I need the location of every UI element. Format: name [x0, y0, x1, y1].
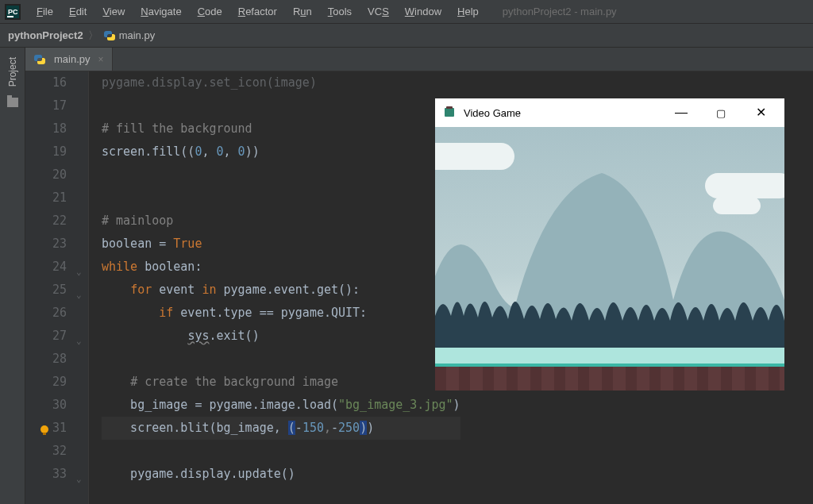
- svg-point-4: [40, 425, 48, 433]
- minimize-button[interactable]: —: [665, 106, 697, 119]
- code-line[interactable]: [102, 94, 460, 117]
- intention-bulb-icon[interactable]: [38, 421, 51, 434]
- code-line[interactable]: screen.blit(bg_image, (-150,-250)): [102, 417, 460, 440]
- close-button[interactable]: ✕: [745, 106, 776, 119]
- tab-label: main.py: [54, 53, 91, 65]
- menu-bar: PC FileEditViewNavigateCodeRefactorRunTo…: [0, 0, 813, 24]
- line-number: 26: [25, 302, 67, 325]
- line-number: 24: [25, 256, 67, 279]
- fold-toggle-icon[interactable]: ⌄: [76, 467, 82, 491]
- pygame-window-titlebar[interactable]: Video Game — ▢ ✕: [435, 98, 784, 127]
- menu-refactor[interactable]: Refactor: [230, 2, 285, 21]
- code-line[interactable]: if event.type == pygame.QUIT:: [102, 302, 460, 325]
- menu-window[interactable]: Window: [397, 2, 449, 21]
- code-line[interactable]: while boolean:: [102, 256, 460, 279]
- svg-rect-3: [7, 16, 13, 17]
- fold-toggle-icon[interactable]: ⌄: [76, 283, 82, 306]
- line-number: 32: [25, 440, 67, 463]
- project-tool-tab[interactable]: Project: [4, 51, 21, 93]
- svg-rect-5: [43, 433, 46, 435]
- line-number: 28: [25, 348, 67, 371]
- line-number: 20: [25, 164, 67, 187]
- code-line[interactable]: sys.exit(): [102, 325, 460, 348]
- pygame-icon: [443, 106, 456, 121]
- line-number: 29: [25, 371, 67, 394]
- maximize-button[interactable]: ▢: [705, 108, 737, 118]
- code-line[interactable]: [102, 187, 460, 210]
- line-number: 23: [25, 233, 67, 256]
- pycharm-logo-icon: PC: [5, 4, 21, 20]
- python-file-icon: [103, 29, 116, 42]
- code-line[interactable]: boolean = True: [102, 233, 460, 256]
- code-line[interactable]: # mainloop: [102, 210, 460, 233]
- menu-view[interactable]: View: [94, 2, 133, 21]
- line-number: 30: [25, 394, 67, 417]
- close-icon[interactable]: ×: [98, 54, 104, 65]
- menu-edit[interactable]: Edit: [61, 2, 94, 21]
- menu-run[interactable]: Run: [285, 2, 320, 21]
- menu-help[interactable]: Help: [449, 2, 487, 21]
- fold-toggle-icon[interactable]: ⌄: [76, 329, 82, 352]
- code-content[interactable]: pygame.display.set_icon(image)# fill the…: [89, 71, 460, 504]
- line-number: 17: [25, 94, 67, 117]
- tool-window-bar: Project: [0, 48, 25, 504]
- fold-toggle-icon[interactable]: ⌄: [76, 260, 82, 283]
- window-title: pythonProject2 - main.py: [503, 6, 617, 17]
- code-line[interactable]: # create the background image: [102, 371, 460, 394]
- code-line[interactable]: bg_image = pygame.image.load("bg_image_3…: [102, 394, 460, 417]
- menu-code[interactable]: Code: [190, 2, 230, 21]
- folder-icon: [7, 98, 18, 110]
- code-line[interactable]: # fill the background: [102, 117, 460, 140]
- editor-tabs: main.py ×: [25, 48, 813, 71]
- code-line[interactable]: [102, 164, 460, 187]
- breadcrumb-separator: 〉: [88, 29, 98, 43]
- svg-rect-7: [446, 106, 453, 109]
- menu-vcs[interactable]: VCS: [360, 2, 397, 21]
- menu-tools[interactable]: Tools: [320, 2, 360, 21]
- svg-text:PC: PC: [8, 8, 18, 16]
- toolwindow-label: Project: [7, 57, 18, 87]
- line-number: 16: [25, 71, 67, 94]
- breadcrumb: pythonProject2 〉 main.py: [0, 24, 813, 48]
- line-number: 25: [25, 279, 67, 302]
- line-number: 22: [25, 210, 67, 233]
- line-number: 21: [25, 187, 67, 210]
- breadcrumb-project[interactable]: pythonProject2: [8, 29, 83, 41]
- menu-navigate[interactable]: Navigate: [133, 2, 189, 21]
- menu-file[interactable]: File: [29, 2, 61, 21]
- line-number: 33: [25, 463, 67, 486]
- line-number: 27: [25, 325, 67, 348]
- svg-rect-6: [445, 108, 454, 117]
- fold-column: ⌄⌄⌄⌄: [73, 71, 89, 504]
- line-number: 18: [25, 117, 67, 140]
- code-line[interactable]: [102, 348, 460, 371]
- code-line[interactable]: [102, 440, 460, 463]
- code-line[interactable]: for event in pygame.event.get():: [102, 279, 460, 302]
- code-line[interactable]: pygame.display.update(): [102, 463, 460, 486]
- line-number-gutter: 161718192021222324252627282930313233: [25, 71, 73, 504]
- python-file-icon: [33, 53, 46, 66]
- pygame-window-title: Video Game: [464, 107, 521, 119]
- pygame-canvas: [435, 127, 784, 391]
- code-line[interactable]: pygame.display.set_icon(image): [102, 71, 460, 94]
- pygame-window: Video Game — ▢ ✕: [435, 98, 784, 391]
- tab-main-py[interactable]: main.py ×: [25, 48, 113, 71]
- line-number: 19: [25, 140, 67, 164]
- code-line[interactable]: screen.fill((0, 0, 0)): [102, 140, 460, 164]
- breadcrumb-file[interactable]: main.py: [119, 29, 156, 41]
